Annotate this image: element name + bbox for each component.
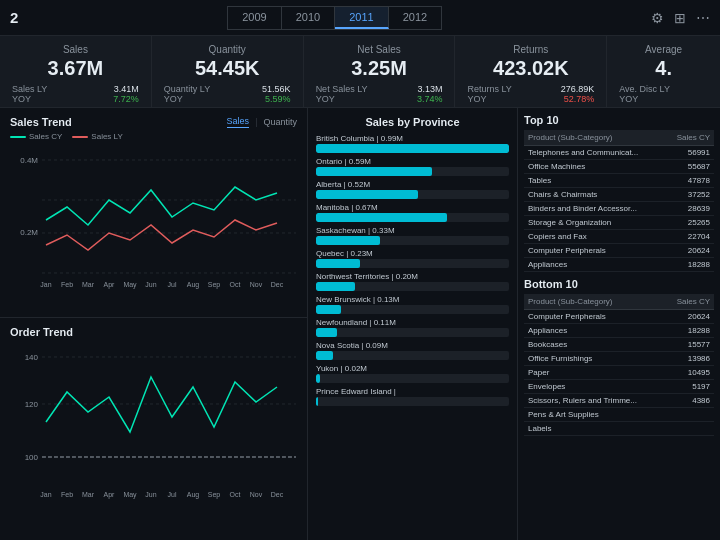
legend-sales-cy: Sales CY <box>29 132 62 141</box>
kpi-avg-value: 4. <box>619 57 708 80</box>
kpi-sales-ly-label: Sales LY <box>12 84 47 94</box>
header: 2 2009 2010 2011 2012 ⚙ ⊞ ⋯ <box>0 0 720 36</box>
province-label: Saskachewan | 0.33M <box>316 226 509 235</box>
tab-sales[interactable]: Sales <box>227 116 250 128</box>
top10-col2: Sales CY <box>665 130 714 146</box>
kpi-average: Average 4. Ave. Disc LY YOY <box>607 36 720 107</box>
svg-text:Sep: Sep <box>208 281 221 289</box>
kpi-avg-yoy-label: YOY <box>619 94 638 104</box>
table-row: Copiers and Fax22704 <box>524 230 714 244</box>
province-label: Manitoba | 0.67M <box>316 203 509 212</box>
top10-table: Product (Sub-Category) Sales CY Telephon… <box>524 130 714 272</box>
table-row: Pens & Art Supplies <box>524 408 714 422</box>
sales-trend-title: Sales Trend <box>10 116 72 128</box>
kpi-netsales-yoy-label: YOY <box>316 94 335 104</box>
table-row: Labels <box>524 422 714 436</box>
table-row: Bookcases15577 <box>524 338 714 352</box>
bottom10-title: Bottom 10 <box>524 278 714 290</box>
svg-text:Nov: Nov <box>250 281 263 288</box>
bottom10-col2: Sales CY <box>664 294 714 310</box>
header-icons: ⚙ ⊞ ⋯ <box>651 10 710 26</box>
svg-text:Jul: Jul <box>168 491 177 498</box>
svg-text:Feb: Feb <box>61 491 73 498</box>
province-label: Quebec | 0.23M <box>316 249 509 258</box>
year-tab-2010[interactable]: 2010 <box>282 7 335 29</box>
year-tab-2011[interactable]: 2011 <box>335 7 388 29</box>
kpi-returns-yoy-label: YOY <box>467 94 486 104</box>
order-trend-title: Order Trend <box>10 326 73 338</box>
kpi-returns-yoy-value: 52.78% <box>564 94 595 104</box>
svg-text:Jan: Jan <box>40 491 51 498</box>
table-row: Storage & Organization25265 <box>524 216 714 230</box>
kpi-qty-value: 54.45K <box>164 57 291 80</box>
table-row: Chairs & Chairmats37252 <box>524 188 714 202</box>
svg-text:Oct: Oct <box>230 491 241 498</box>
legend-sales-ly: Sales LY <box>91 132 122 141</box>
svg-text:Sep: Sep <box>208 491 221 499</box>
top10-col1: Product (Sub-Category) <box>524 130 665 146</box>
year-tabs: 2009 2010 2011 2012 <box>227 6 442 30</box>
svg-text:Nov: Nov <box>250 491 263 498</box>
kpi-qty-ly-value: 51.56K <box>262 84 291 94</box>
table-row: Tables47878 <box>524 174 714 188</box>
province-item: New Brunswick | 0.13M <box>316 295 509 314</box>
kpi-sales-ly-value: 3.41M <box>114 84 139 94</box>
table-row: Scissors, Rulers and Trimme...4386 <box>524 394 714 408</box>
more-icon[interactable]: ⋯ <box>696 10 710 26</box>
svg-text:Oct: Oct <box>230 281 241 288</box>
kpi-returns-label: Returns <box>467 44 594 55</box>
filter-icon[interactable]: ⚙ <box>651 10 664 26</box>
province-item: Northwest Territories | 0.20M <box>316 272 509 291</box>
table-row: Telephones and Communicat...56991 <box>524 146 714 160</box>
svg-text:Apr: Apr <box>104 281 116 289</box>
kpi-netsales-label: Net Sales <box>316 44 443 55</box>
svg-text:100: 100 <box>25 453 39 462</box>
province-label: New Brunswick | 0.13M <box>316 295 509 304</box>
table-row: Paper10495 <box>524 366 714 380</box>
province-label: Newfoundland | 0.11M <box>316 318 509 327</box>
order-trend-chart: 140 120 100 Jan Feb Mar Apr May Jun Jul <box>10 342 298 510</box>
svg-text:Feb: Feb <box>61 281 73 288</box>
svg-text:Jun: Jun <box>145 491 156 498</box>
province-label: Northwest Territories | 0.20M <box>316 272 509 281</box>
table-row: Office Furnishings13986 <box>524 352 714 366</box>
table-row: Office Machines55687 <box>524 160 714 174</box>
svg-text:0.4M: 0.4M <box>20 156 38 165</box>
province-item: Saskachewan | 0.33M <box>316 226 509 245</box>
table-row: Binders and Binder Accessor...28639 <box>524 202 714 216</box>
province-label: Prince Edward Island | <box>316 387 509 396</box>
kpi-qty-ly-label: Quantity LY <box>164 84 210 94</box>
kpi-avg-ly-label: Ave. Disc LY <box>619 84 670 94</box>
sort-icon[interactable]: ⊞ <box>674 10 686 26</box>
year-tab-2012[interactable]: 2012 <box>389 7 441 29</box>
sales-trend-card: Sales Trend Sales | Quantity Sales CY Sa… <box>0 108 307 318</box>
top10-title: Top 10 <box>524 114 714 126</box>
province-label: British Columbia | 0.99M <box>316 134 509 143</box>
svg-text:Aug: Aug <box>187 281 200 289</box>
kpi-avg-label: Average <box>619 44 708 55</box>
kpi-returns-ly-value: 276.89K <box>561 84 595 94</box>
svg-text:Jun: Jun <box>145 281 156 288</box>
kpi-netsales-ly-label: Net Sales LY <box>316 84 368 94</box>
kpi-sales-label: Sales <box>12 44 139 55</box>
kpi-sales-value: 3.67M <box>12 57 139 80</box>
kpi-returns-ly-label: Returns LY <box>467 84 511 94</box>
province-item: Quebec | 0.23M <box>316 249 509 268</box>
province-item: Yukon | 0.02M <box>316 364 509 383</box>
svg-text:0.2M: 0.2M <box>20 228 38 237</box>
province-item: Ontario | 0.59M <box>316 157 509 176</box>
kpi-qty-yoy-label: YOY <box>164 94 183 104</box>
year-tab-2009[interactable]: 2009 <box>228 7 281 29</box>
province-item: Manitoba | 0.67M <box>316 203 509 222</box>
kpi-sales-yoy-label: YOY <box>12 94 31 104</box>
svg-text:140: 140 <box>25 353 39 362</box>
table-row: Appliances18288 <box>524 258 714 272</box>
table-row: Appliances18288 <box>524 324 714 338</box>
middle-panel: Sales by Province British Columbia | 0.9… <box>308 108 518 540</box>
app-title: 2 <box>10 9 18 26</box>
province-label: Nova Scotia | 0.09M <box>316 341 509 350</box>
svg-text:May: May <box>123 281 137 289</box>
tab-quantity[interactable]: Quantity <box>263 117 297 127</box>
kpi-qty-yoy-value: 5.59% <box>265 94 291 104</box>
kpi-returns: Returns 423.02K Returns LY 276.89K YOY 5… <box>455 36 607 107</box>
